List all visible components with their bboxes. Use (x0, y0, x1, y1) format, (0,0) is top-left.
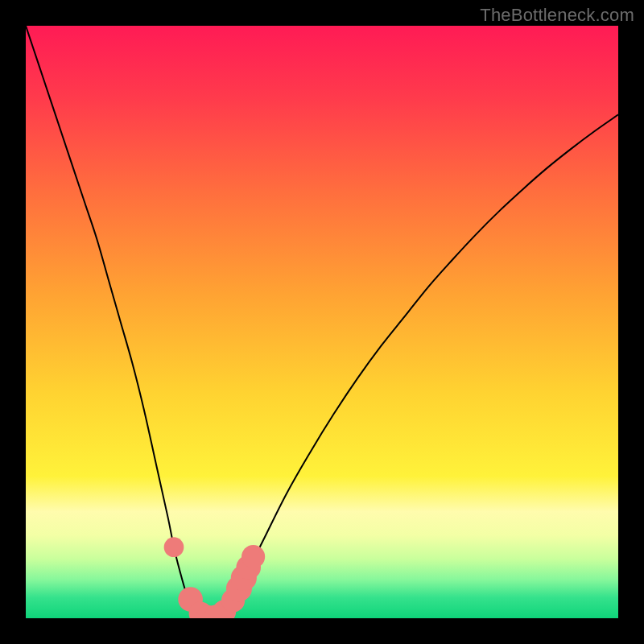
chart-background-gradient (26, 26, 618, 618)
chart-frame: TheBottleneck.com (0, 0, 644, 644)
svg-rect-0 (26, 26, 618, 618)
chart-plot-area (26, 26, 618, 618)
watermark-text: TheBottleneck.com (480, 5, 634, 26)
